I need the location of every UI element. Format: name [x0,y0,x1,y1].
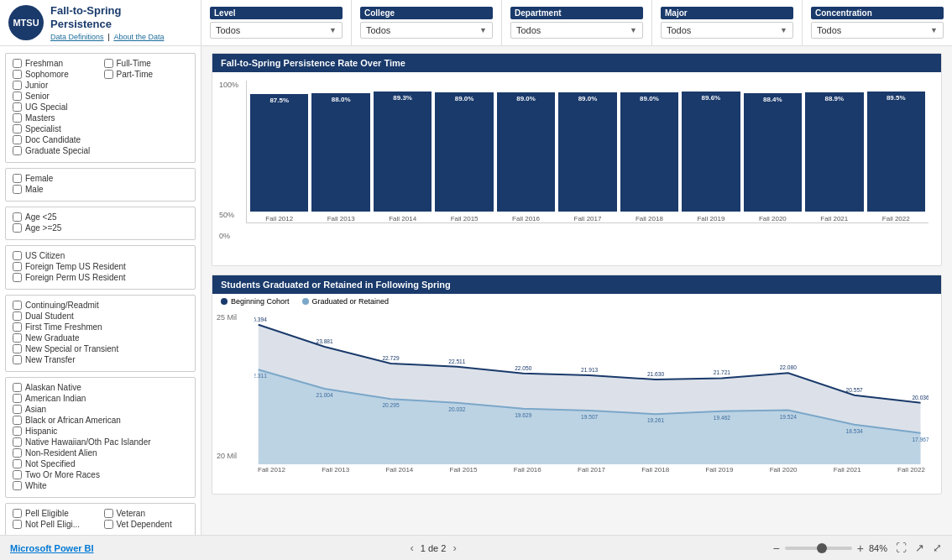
list-item[interactable]: Foreign Temp US Resident [13,262,188,271]
bar-segment[interactable]: 89.6% [682,92,740,212]
bar-segment[interactable]: 89.0% [558,92,616,212]
bar-segment[interactable]: 87.5% [250,94,308,212]
checkbox-new-graduate[interactable] [13,333,22,343]
checkbox-white[interactable] [13,481,22,490]
expand-icon[interactable]: ⤢ [933,542,942,554]
list-item[interactable]: Continuing/Readmit [13,301,188,310]
checkbox-foreign-perm-us-resident[interactable] [13,273,22,282]
checkbox-non-resident-alien[interactable] [13,448,22,458]
checkbox-dual-student[interactable] [13,311,22,321]
checkbox-american-indian[interactable] [13,394,22,403]
list-item[interactable]: Native Hawaiian/Oth Pac Islander [13,437,188,447]
list-item[interactable]: Graduate Special [13,146,97,155]
list-item[interactable]: Foreign Perm US Resident [13,273,188,282]
list-item[interactable]: Alaskan Native [13,383,188,392]
filter-department[interactable]: Department Todos ▼ [502,0,652,45]
checkbox-veteran[interactable] [104,509,113,518]
checkbox-junior[interactable] [13,81,22,90]
filter-select-level[interactable]: Todos ▼ [210,22,343,39]
list-item[interactable]: Doc Candidate [13,135,97,144]
checkbox-foreign-temp-us-resident[interactable] [13,262,22,271]
list-item[interactable]: Specialist [13,124,97,133]
checkbox-vet-dependent[interactable] [104,520,113,529]
checkbox-female[interactable] [13,174,22,183]
list-item[interactable]: Pell Eligible [13,509,97,518]
list-item[interactable]: Two Or More Races [13,470,188,479]
checkbox-sophomore[interactable] [13,70,22,79]
checkbox-senior[interactable] [13,92,22,101]
checkbox-pell-eligible[interactable] [13,509,22,518]
list-item[interactable]: Black or African American [13,416,188,425]
list-item[interactable]: New Graduate [13,333,188,343]
checkbox-us-citizen[interactable] [13,251,22,260]
list-item[interactable]: Full-Time [104,59,189,68]
bar-segment[interactable]: 89.0% [620,92,678,212]
list-item[interactable]: American Indian [13,394,188,403]
checkbox-native-hawaiian/oth-pac-islander[interactable] [13,437,22,447]
list-item[interactable]: Sophomore [13,70,97,79]
list-item[interactable]: Age >=25 [13,223,188,233]
list-item[interactable]: New Transfer [13,355,188,364]
list-item[interactable]: UG Special [13,102,97,112]
checkbox-full-time[interactable] [104,59,113,68]
list-item[interactable]: Junior [13,81,97,90]
checkbox-part-time[interactable] [104,70,113,79]
list-item[interactable]: Vet Dependent [104,520,189,529]
bar-segment[interactable]: 89.0% [435,92,493,212]
checkbox-male[interactable] [13,185,22,194]
list-item[interactable]: Veteran [104,509,189,518]
list-item[interactable]: Freshman [13,59,97,68]
list-item[interactable]: Male [13,185,188,194]
checkbox-new-transfer[interactable] [13,355,22,364]
prev-page-button[interactable]: ‹ [410,542,413,554]
filter-select-major[interactable]: Todos ▼ [661,22,793,39]
list-item[interactable]: Dual Student [13,311,188,321]
list-item[interactable]: White [13,481,188,490]
checkbox-first-time-freshmen[interactable] [13,322,22,332]
zoom-slider[interactable] [785,547,852,550]
list-item[interactable]: New Special or Transient [13,344,188,353]
filter-major[interactable]: Major Todos ▼ [652,0,803,45]
checkbox-freshman[interactable] [13,59,22,68]
checkbox-age-<25[interactable] [13,212,22,222]
checkbox-new-special-or-transient[interactable] [13,344,22,353]
checkbox-black-or-african-american[interactable] [13,416,22,425]
list-item[interactable]: Part-Time [104,70,189,79]
fullscreen-icon[interactable]: ⛶ [896,542,907,554]
zoom-plus-icon[interactable]: + [857,542,864,555]
filter-select-concentration[interactable]: Todos ▼ [811,22,944,39]
checkbox-graduate-special[interactable] [13,146,22,155]
zoom-minus-icon[interactable]: − [773,542,780,555]
filter-select-college[interactable]: Todos ▼ [360,22,493,39]
share-icon[interactable]: ↗ [915,542,924,554]
list-item[interactable]: Non-Resident Alien [13,448,188,458]
checkbox-ug-special[interactable] [13,102,22,112]
filter-select-department[interactable]: Todos ▼ [510,22,643,39]
list-item[interactable]: Asian [13,405,188,414]
list-item[interactable]: Female [13,174,188,183]
checkbox-hispanic[interactable] [13,427,22,436]
list-item[interactable]: Not Pell Eligi... [13,520,97,529]
list-item[interactable]: US Citizen [13,251,188,260]
list-item[interactable]: Hispanic [13,427,188,436]
about-data-link[interactable]: About the Data [113,33,164,41]
next-page-button[interactable]: › [452,542,456,554]
list-item[interactable]: Senior [13,92,97,101]
bar-segment[interactable]: 89.5% [867,92,925,212]
checkbox-age->=25[interactable] [13,223,22,233]
power-bi-link[interactable]: Microsoft Power BI [10,543,94,553]
filter-concentration[interactable]: Concentration Todos ▼ [803,0,952,45]
list-item[interactable]: First Time Freshmen [13,322,188,332]
bar-segment[interactable]: 89.0% [497,92,555,212]
bar-segment[interactable]: 89.3% [374,92,432,212]
list-item[interactable]: Age <25 [13,212,188,222]
checkbox-asian[interactable] [13,405,22,414]
checkbox-specialist[interactable] [13,124,22,133]
filter-level[interactable]: Level Todos ▼ [201,0,352,45]
filter-college[interactable]: College Todos ▼ [352,0,502,45]
checkbox-continuing/readmit[interactable] [13,301,22,310]
data-definitions-link[interactable]: Data Definitions [50,33,104,41]
list-item[interactable]: Masters [13,113,97,123]
checkbox-not-specified[interactable] [13,459,22,468]
checkbox-doc-candidate[interactable] [13,135,22,144]
